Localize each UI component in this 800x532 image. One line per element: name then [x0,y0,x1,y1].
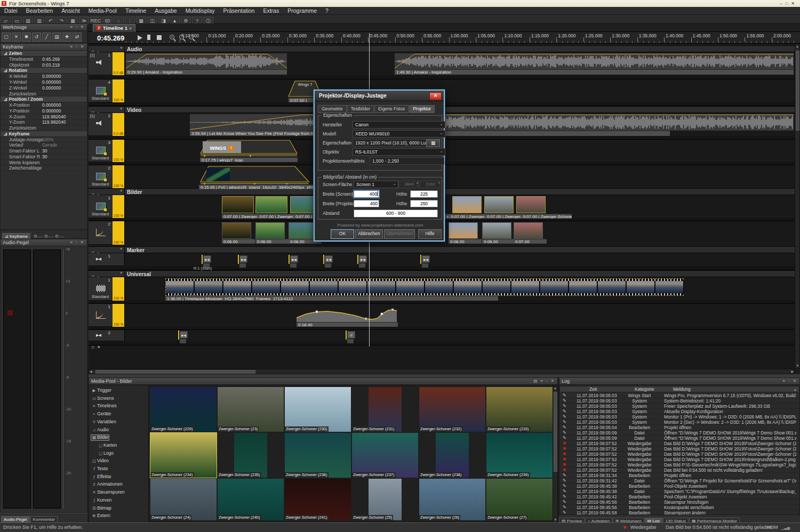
dialog-button-abbrechen[interactable]: Abbrechen [355,229,383,239]
keyframe-group-keyframe[interactable]: ⊿ Keyframe [1,131,87,137]
marker-flag-icon[interactable]: ▶◀ [290,255,298,263]
media-pool-thumb[interactable]: Zwerger-Schoner (241) [285,479,351,520]
tree-item-timelines[interactable]: ≡Timelines [91,404,116,409]
dialog-button-ok[interactable]: OK [331,229,354,239]
keyframe-row[interactable]: Y-Position0.000000 [1,108,87,114]
screen-flaeche-select[interactable]: Screen 1 [354,181,398,188]
media-pool-thumb[interactable]: Zwerger-Schoner (25) [352,479,418,520]
keyframe-row[interactable]: Y-Winkel0.000000 [1,79,87,85]
tree-item-bilder[interactable]: ▦Bilder [91,435,109,440]
track-header[interactable]: 2Standard100 % [89,165,125,188]
sort-icon[interactable]: ▲ [794,387,797,393]
log-row[interactable]: ✖11.07.2019 09:07:52WiedergabeDas Bild D… [559,441,799,446]
collapse-chevron-icon[interactable]: ▾ [120,247,122,251]
maximize-icon[interactable]: □ [785,1,791,6]
keyframe-panel-header[interactable]: Keyframe ≡ ▫ ✕ [0,43,87,51]
projektionsverhltnis-field[interactable]: 1,500 - 2,250 [370,157,444,165]
scroll-up-icon[interactable]: ▲ [553,386,557,391]
audio-clip-main[interactable] [395,53,794,69]
track-header[interactable]: 2▶◀ [89,330,125,341]
log-row[interactable]: ✖11.07.2019 09:07:52WiedergabeDas Bild D… [559,457,799,462]
audio-pegel-header-icons[interactable]: ≡ ▫ ✕ [70,239,85,246]
timeline-marker[interactable]: ▶◀ [323,255,334,269]
collapse-chevron-icon[interactable]: ▾ [120,189,122,193]
timeline-marker[interactable]: ▶◀ [357,255,368,269]
track-header[interactable]: 1Standard100 % [89,195,125,218]
zoom-in-icon[interactable]: + [170,35,174,39]
flag-icon[interactable]: ⚑ [97,345,100,349]
marker-flag-icon[interactable]: ▶◀ [203,255,211,263]
track-fader[interactable]: 0.0 dB [113,52,124,75]
track-fader[interactable]: 100 % [113,304,124,327]
scroll-thumb[interactable] [554,392,557,472]
tool-snap-icon[interactable]: ⇄ [73,33,82,42]
timeline-horizontal-scrollbar[interactable]: ◀ ▶ [89,369,795,374]
property-value[interactable]: 30 [42,154,47,160]
log-row[interactable]: ✎11.07.2019 09:45:56BearbeitenSteuerspur… [559,499,799,505]
scroll-up-icon[interactable]: ▲ [795,44,799,49]
keyframe-row[interactable]: Zurücksetzen [1,91,87,97]
marker-flag-icon[interactable]: ▶◀ [359,255,367,263]
media-pool-header[interactable]: Media-Pool - Bilder ▤ ≡ ▫ ✕ [89,377,558,385]
minimize-icon[interactable]: – [780,1,785,6]
log-row[interactable]: ✎11.07.2019 09:05:03SystemMonitor 2 (Sec… [559,420,799,425]
track-fader[interactable]: 0.0 dB [113,113,124,136]
timeline-marker[interactable]: ▶◀ [178,331,189,344]
subrow-controls[interactable]: ∅◁↥ [89,136,125,140]
tree-item-karten[interactable]: ▢Karten [98,443,117,448]
timeline-image-thumb[interactable] [516,196,546,213]
scroll-right-icon[interactable]: ▶ [791,369,794,374]
log-row[interactable]: ✎11.07.2019 09:05:03SystemFreier Speiche… [559,404,799,409]
media-pool-thumb[interactable]: Zwerger-Schoner (23) [218,387,284,432]
audio-clip-intro[interactable] [126,53,287,69]
keyframe-row[interactable]: Smart-Faktor L30 [1,148,87,154]
media-pool-thumb[interactable]: Zwerger-Schoner (237) [352,433,418,478]
tree-item-variablen[interactable]: VVariablen [91,420,116,425]
timeline-image-thumb[interactable] [255,196,287,213]
scroll-thumb[interactable] [796,51,799,131]
property-value[interactable]: 0:45.269 [42,57,60,62]
mute-icon[interactable]: ∅ [91,345,94,349]
tree-item-extern[interactable]: ⊕Extern [91,513,110,519]
tool-move-icon[interactable]: ✚ [62,33,71,42]
keyframe-node[interactable] [204,155,205,157]
media-pool-header-icons[interactable]: ▤ ≡ ▫ ✕ [533,378,555,384]
menu-item-prsentation[interactable]: Präsentation [219,7,259,14]
track-fader[interactable]: 100 % [113,165,124,188]
property-value[interactable]: Gerade [42,142,57,148]
property-value[interactable]: 119.982040 [42,114,66,120]
eigenschaften-field[interactable]: 1920 x 1200 Pixel (16:10), 6000 Lumen [353,139,428,147]
tree-item-effekte[interactable]: ƒEffekte [91,474,111,480]
hoehe-input[interactable]: 250 [410,200,438,207]
track-fader[interactable]: 100 % [113,140,124,162]
timeline-marker[interactable]: ▶◀ [420,255,431,269]
log-row[interactable]: ✎11.07.2019 09:05:03SystemMonitor 1 (Pri… [559,414,799,420]
timeline-image-thumb[interactable] [482,222,511,239]
timeline-image-thumb[interactable] [222,196,254,213]
keyframe-row[interactable]: Justage-Anzeige100% [1,137,87,143]
menu-item-timeline[interactable]: Timeline [121,7,150,14]
keyframe-row[interactable]: Timelinezeit0:45.269 [1,57,87,62]
tool-line-icon[interactable]: ╱ [42,33,51,42]
tree-item-animationen[interactable]: ZAnimationen [91,482,123,487]
keyframe-row[interactable]: X-Zoom119.982040 [1,114,87,120]
property-value[interactable]: 30 [42,148,47,154]
collapse-chevron-icon[interactable]: ▾ [120,107,122,111]
gear-slot-icons[interactable]: ⚙---- ⚙---- ⚙---- [34,234,65,239]
keyframe-row[interactable]: Zurücksetzen [1,125,87,131]
track-header[interactable]: 1Standard100 % [89,277,125,301]
col-meldung[interactable]: Meldung [673,386,691,392]
property-value[interactable]: 0.000000 [42,79,61,85]
werkzeuge-panel-header[interactable]: Werkzeuge ≡ ▫ ✕ [0,23,87,31]
keyframe-row[interactable]: VerlaufGerade [1,142,87,148]
log-header-icons[interactable]: ≡ ▫ ✕ [783,378,798,384]
hoehe-input[interactable]: 225 [410,190,438,198]
tree-item-bitmap[interactable]: ⒷBitmap [91,506,111,511]
subrow-controls[interactable]: ∅◁↥ [89,75,125,79]
log-row[interactable]: ✎11.07.2019 09:31:34BearbeitenProjekt öf… [559,473,799,478]
track-header[interactable]: 1100 % [89,304,125,327]
window-controls[interactable]: –□✕ [780,0,798,7]
media-pool-thumb[interactable]: Zwerger-Schoner (234) [150,433,217,478]
subrow-controls[interactable]: ∅⚑ [89,266,125,270]
media-pool-thumb[interactable]: Zwerger-Schoner (231) [352,387,418,432]
